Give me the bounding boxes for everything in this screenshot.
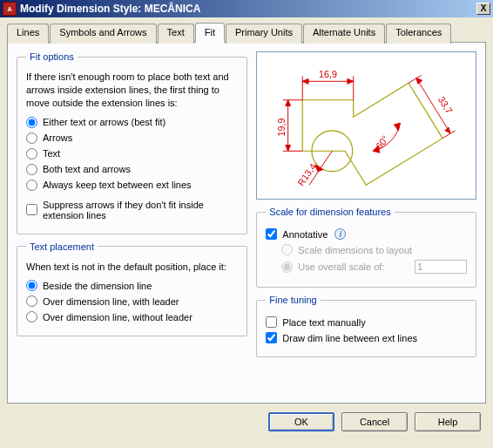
dimension-preview: 16,9 19,9 33,7 (256, 51, 476, 200)
scale-legend: Scale for dimension features (266, 207, 394, 217)
radio-either-label: Either text or arrows (best fit) (43, 117, 165, 127)
tab-tolerances[interactable]: Tolerances (386, 24, 451, 44)
fit-options-description: If there isn't enough room to place both… (26, 71, 238, 110)
radio-text[interactable] (26, 148, 37, 160)
radio-beside-label: Beside the dimension line (43, 281, 152, 291)
checkbox-draw-dim-line[interactable] (266, 332, 277, 343)
checkbox-draw-dim-line-label: Draw dim line between ext lines (282, 333, 417, 343)
preview-dim-diag: 33,7 (436, 94, 455, 115)
titlebar: A Modify Dimension Style: MECÂNICA X (0, 0, 493, 17)
radio-over-leader-label: Over dimension line, with leader (43, 296, 179, 307)
left-column: Fit options If there isn't enough room t… (17, 51, 247, 394)
radio-always-between[interactable] (26, 180, 37, 191)
tab-primary-units[interactable]: Primary Units (226, 24, 302, 44)
radio-use-overall (281, 261, 293, 273)
radio-over-leader[interactable] (26, 295, 37, 307)
radio-always-between-label: Always keep text between ext lines (43, 180, 192, 190)
radio-scale-layout-label: Scale dimensions to layout (298, 245, 412, 255)
button-bar: OK Cancel Help (7, 404, 486, 431)
fit-options-group: Fit options If there isn't enough room t… (17, 51, 247, 234)
app-icon: A (3, 2, 17, 16)
text-placement-legend: Text placement (26, 241, 98, 252)
scale-group: Scale for dimension features Annotative … (256, 207, 476, 288)
radio-scale-layout (281, 244, 293, 255)
info-icon[interactable]: i (334, 228, 346, 240)
checkbox-place-manually[interactable] (266, 316, 277, 328)
preview-dim-radius: R13,4 (295, 161, 318, 187)
tab-symbols-arrows[interactable]: Symbols and Arrows (50, 24, 156, 44)
radio-both[interactable] (26, 164, 37, 175)
cancel-button[interactable]: Cancel (341, 412, 408, 431)
svg-marker-4 (303, 78, 309, 84)
svg-marker-14 (416, 78, 422, 84)
svg-marker-19 (395, 123, 401, 131)
svg-marker-5 (348, 78, 354, 84)
radio-use-overall-label: Use overall scale of: (298, 261, 384, 272)
ok-button[interactable]: OK (268, 412, 334, 431)
svg-marker-9 (286, 100, 291, 106)
fine-tuning-legend: Fine tuning (266, 295, 320, 305)
radio-over-no-leader-label: Over dimension line, without leader (43, 312, 192, 322)
text-placement-description: When text is not in the default position… (26, 261, 238, 274)
radio-arrows[interactable] (26, 132, 37, 144)
svg-marker-10 (286, 145, 291, 151)
checkbox-suppress-arrows[interactable] (26, 204, 37, 215)
radio-either[interactable] (26, 117, 37, 128)
text-placement-group: Text placement When text is not in the d… (17, 241, 247, 337)
checkbox-suppress-arrows-label: Suppress arrows if they don't fit inside… (43, 200, 238, 221)
preview-dim-top: 16,9 (319, 69, 337, 79)
checkbox-annotative-label: Annotative (282, 229, 328, 240)
tab-text[interactable]: Text (158, 24, 194, 44)
tab-page-fit: Fit options If there isn't enough room t… (7, 42, 486, 404)
radio-both-label: Both text and arrows (43, 164, 131, 174)
close-button[interactable]: X (476, 3, 490, 15)
fine-tuning-group: Fine tuning Place text manually Draw dim… (256, 295, 476, 357)
right-column: 16,9 19,9 33,7 (256, 51, 476, 394)
tab-fit[interactable]: Fit (195, 23, 225, 43)
tab-strip: Lines Symbols and Arrows Text Fit Primar… (7, 23, 486, 43)
help-button[interactable]: Help (415, 412, 481, 431)
radio-text-label: Text (43, 148, 60, 159)
radio-arrows-label: Arrows (43, 132, 72, 143)
checkbox-place-manually-label: Place text manually (282, 317, 365, 328)
tab-lines[interactable]: Lines (7, 24, 49, 44)
tab-alternate-units[interactable]: Alternate Units (303, 24, 385, 44)
preview-svg: 16,9 19,9 33,7 (262, 58, 470, 193)
client-area: Lines Symbols and Arrows Text Fit Primar… (0, 17, 493, 448)
preview-dim-left: 19,9 (276, 118, 287, 136)
checkbox-annotative[interactable] (266, 228, 277, 240)
fit-options-legend: Fit options (26, 51, 78, 62)
radio-beside[interactable] (26, 280, 37, 291)
radio-over-no-leader[interactable] (26, 311, 37, 322)
window-title: Modify Dimension Style: MECÂNICA (20, 3, 476, 15)
overall-scale-input (415, 260, 467, 274)
svg-marker-15 (445, 127, 450, 133)
